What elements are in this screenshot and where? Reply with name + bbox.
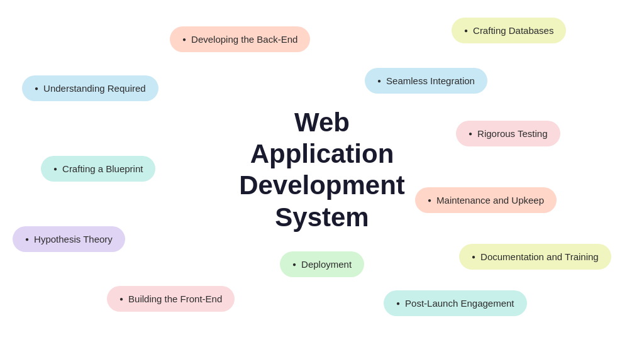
chip-label-rigorous-testing: Rigorous Testing (477, 128, 547, 139)
chip-label-deployment: Deployment (301, 259, 352, 270)
center-title: Web Application Development System (221, 107, 423, 234)
chip-label-maintenance-upkeep: Maintenance and Upkeep (436, 195, 544, 206)
chip-label-post-launch: Post-Launch Engagement (405, 298, 514, 309)
chip-label-documentation-training: Documentation and Training (480, 251, 599, 262)
chip-post-launch: Post-Launch Engagement (384, 290, 527, 316)
chip-label-hypothesis-theory: Hypothesis Theory (34, 234, 113, 244)
chip-label-seamless-integration: Seamless Integration (386, 75, 475, 86)
chip-label-building-frontend: Building the Front-End (128, 293, 222, 304)
chip-hypothesis-theory: Hypothesis Theory (13, 226, 125, 252)
chip-crafting-blueprint: Crafting a Blueprint (41, 156, 155, 182)
chip-documentation-training: Documentation and Training (459, 244, 611, 270)
chip-understanding-required: Understanding Required (22, 75, 158, 101)
chip-maintenance-upkeep: Maintenance and Upkeep (415, 187, 557, 213)
chip-deployment: Deployment (280, 251, 364, 277)
chip-label-crafting-blueprint: Crafting a Blueprint (62, 163, 143, 174)
chip-rigorous-testing: Rigorous Testing (456, 121, 560, 146)
chip-crafting-databases: Crafting Databases (452, 18, 566, 43)
chip-label-understanding-required: Understanding Required (43, 83, 146, 94)
chip-developing-backend: Developing the Back-End (170, 26, 310, 52)
chip-seamless-integration: Seamless Integration (365, 68, 487, 94)
chip-label-developing-backend: Developing the Back-End (191, 34, 297, 45)
chip-label-crafting-databases: Crafting Databases (473, 25, 553, 36)
chip-building-frontend: Building the Front-End (107, 286, 235, 312)
